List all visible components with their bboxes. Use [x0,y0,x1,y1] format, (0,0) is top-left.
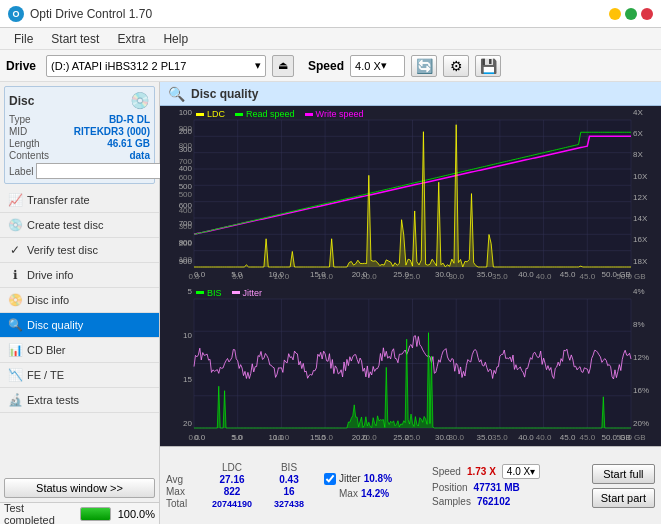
maximize-button[interactable] [625,8,637,20]
disc-type-value: BD-R DL [109,114,150,125]
close-button[interactable] [641,8,653,20]
bis-legend: BIS [196,288,222,298]
cd-bler-icon: 📊 [8,343,22,357]
status-window-button[interactable]: Status window >> [4,478,155,498]
menu-extra[interactable]: Extra [109,30,153,48]
write-speed-legend: Write speed [305,109,364,119]
chart1-x-axis: 0.05.010.015.020.025.030.035.040.045.050… [194,266,631,284]
speed-dropdown[interactable]: 4.0 X ▾ [502,464,540,479]
title-bar: O Opti Drive Control 1.70 [0,0,661,28]
read-speed-color [235,113,243,116]
charts-container: LDC Read speed Write speed 9008007006005… [160,106,661,446]
speed-stat-val: 1.73 X [467,466,496,477]
disc-label-input[interactable] [36,163,169,179]
extra-tests-icon: 🔬 [8,393,22,407]
menu-help[interactable]: Help [155,30,196,48]
disc-quality-title: Disc quality [191,87,258,101]
sidebar-item-extra-tests[interactable]: 🔬 Extra tests [0,388,159,413]
bis-label: BIS [207,288,222,298]
disc-type-label: Type [9,114,31,125]
speed-dropdown-arrow: ▾ [530,466,535,477]
drive-info-icon: ℹ [8,268,22,282]
verify-test-disc-icon: ✓ [8,243,22,257]
create-test-disc-icon: 💿 [8,218,22,232]
app-icon: O [8,6,24,22]
write-speed-color [305,113,313,116]
sidebar-item-transfer-rate[interactable]: 📈 Transfer rate [0,188,159,213]
progress-percent: 100.0% [117,508,155,520]
read-speed-label: Read speed [246,109,295,119]
ldc-label: LDC [207,109,225,119]
sidebar-label-fe-te: FE / TE [27,369,64,381]
jitter-text-label: Jitter [339,473,361,484]
disc-contents-value: data [129,150,150,161]
chart2-y-axis-left: 2015105 [160,285,194,428]
write-speed-label: Write speed [316,109,364,119]
position-val: 47731 MB [474,482,520,493]
status-bar: Test completed 100.0% [0,502,159,524]
progress-bar [80,507,111,521]
ldc-col-header: LDC [205,462,259,473]
progress-bar-fill [81,508,110,520]
drive-select-text: (D:) ATAPI iHBS312 2 PL17 [51,60,255,72]
jitter-max-val: 14.2% [361,488,389,499]
read-speed-legend: Read speed [235,109,295,119]
disc-length-value: 46.61 GB [107,138,150,149]
status-text: Test completed [4,502,74,525]
sidebar-label-drive-info: Drive info [27,269,73,281]
sidebar-label-create-test-disc: Create test disc [27,219,103,231]
menu-bar: File Start test Extra Help [0,28,661,50]
disc-panel-title: Disc [9,94,34,108]
start-full-button[interactable]: Start full [592,464,655,484]
samples-val: 762102 [477,496,510,507]
chart2-y-axis-right: 20%16%12%8%4% [631,285,661,428]
drive-select[interactable]: (D:) ATAPI iHBS312 2 PL17 ▾ [46,55,266,77]
start-part-button[interactable]: Start part [592,488,655,508]
speed-label: Speed [308,59,344,73]
refresh-button[interactable]: 🔄 [411,55,437,77]
settings-button[interactable]: ⚙ [443,55,469,77]
max-row-label: Max [166,486,202,497]
speed-pos-block: Speed 1.73 X 4.0 X ▾ Position 47731 MB S… [432,464,584,507]
chart-bis: BIS Jitter 2015105 20%16%12%8%4% [160,285,661,446]
speed-dropdown-val: 4.0 X [507,466,530,477]
jitter-max-label: Max [339,488,358,499]
stats-table: LDC BIS Avg 27.16 0.43 Max 822 16 Total … [166,462,316,509]
sidebar-label-transfer-rate: Transfer rate [27,194,90,206]
total-bis: 327438 [262,499,316,509]
chevron-down-icon: ▾ [255,59,261,72]
disc-label-label: Label [9,166,33,177]
sidebar-label-disc-info: Disc info [27,294,69,306]
minimize-button[interactable] [609,8,621,20]
menu-file[interactable]: File [6,30,41,48]
stats-bar: LDC BIS Avg 27.16 0.43 Max 822 16 Total … [160,446,661,524]
disc-quality-header: 🔍 Disc quality [160,82,661,106]
menu-start-test[interactable]: Start test [43,30,107,48]
sidebar-item-drive-info[interactable]: ℹ Drive info [0,263,159,288]
sidebar-label-cd-bler: CD Bler [27,344,66,356]
max-bis: 16 [262,486,316,497]
sidebar-label-verify-test-disc: Verify test disc [27,244,98,256]
sidebar-item-fe-te[interactable]: 📉 FE / TE [0,363,159,388]
chart1-y-axis-left: 900800700600500400300200100 [160,106,194,266]
jitter-checkbox[interactable] [324,473,336,485]
disc-mid-label: MID [9,126,27,137]
sidebar: Disc 💿 Type BD-R DL MID RITEKDR3 (000) L… [0,82,160,524]
disc-quality-header-icon: 🔍 [168,86,185,102]
speed-select[interactable]: 4.0 X ▾ [350,55,405,77]
chevron-down-icon-2: ▾ [381,59,387,72]
sidebar-item-cd-bler[interactable]: 📊 CD Bler [0,338,159,363]
save-button[interactable]: 💾 [475,55,501,77]
sidebar-item-create-test-disc[interactable]: 💿 Create test disc [0,213,159,238]
eject-button[interactable]: ⏏ [272,55,294,77]
ldc-legend: LDC [196,109,225,119]
sidebar-label-extra-tests: Extra tests [27,394,79,406]
sidebar-item-disc-quality[interactable]: 🔍 Disc quality [0,313,159,338]
chart-ldc: LDC Read speed Write speed 9008007006005… [160,106,661,285]
sidebar-item-verify-test-disc[interactable]: ✓ Verify test disc [0,238,159,263]
sidebar-item-disc-info[interactable]: 📀 Disc info [0,288,159,313]
total-ldc: 20744190 [205,499,259,509]
bis-col-header: BIS [262,462,316,473]
avg-ldc: 27.16 [205,474,259,485]
chart1-canvas [160,106,661,285]
